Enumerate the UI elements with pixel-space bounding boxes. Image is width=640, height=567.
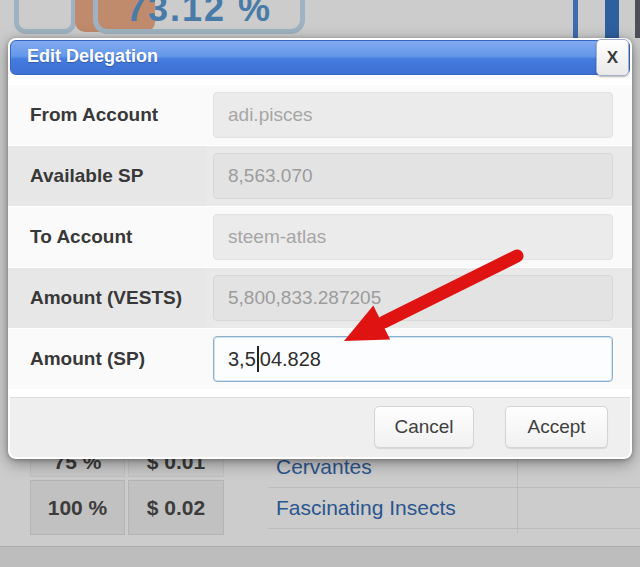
field-label: Amount (VESTS) xyxy=(8,268,206,328)
dialog-footer: Cancel Accept xyxy=(10,397,630,457)
amount-sp-text-after-caret: 04.828 xyxy=(260,348,321,371)
dialog-titlebar: Edit Delegation xyxy=(10,40,630,75)
text-caret xyxy=(257,346,259,372)
form-row-amount-vests: Amount (VESTS) xyxy=(8,268,632,328)
close-button[interactable]: X xyxy=(596,39,629,76)
available-sp-field[interactable] xyxy=(213,153,613,199)
dialog-title: Edit Delegation xyxy=(27,46,158,67)
edit-delegation-dialog: Edit Delegation X From Account Available… xyxy=(8,38,632,459)
to-account-field[interactable] xyxy=(213,214,613,260)
field-label: To Account xyxy=(8,207,206,267)
field-label: Amount (SP) xyxy=(8,329,206,389)
dialog-body: From Account Available SP To Account Amo… xyxy=(8,75,632,389)
form-row-amount-sp: Amount (SP) 3,504.828 xyxy=(8,329,632,389)
field-label: From Account xyxy=(8,85,206,145)
amount-sp-text-before-caret: 3,5 xyxy=(228,348,256,371)
amount-vests-field[interactable] xyxy=(213,275,613,321)
field-label: Available SP xyxy=(8,146,206,206)
form-row-available-sp: Available SP xyxy=(8,146,632,206)
form-row-to-account: To Account xyxy=(8,207,632,267)
form-row-from-account: From Account xyxy=(8,85,632,145)
screen: 73.12 % 75 % $ 0.01 100 % $ 0.02 Cervant… xyxy=(0,0,640,567)
from-account-field[interactable] xyxy=(213,92,613,138)
accept-button[interactable]: Accept xyxy=(505,406,608,448)
amount-sp-field[interactable]: 3,504.828 xyxy=(213,336,613,382)
cancel-button[interactable]: Cancel xyxy=(374,406,474,448)
